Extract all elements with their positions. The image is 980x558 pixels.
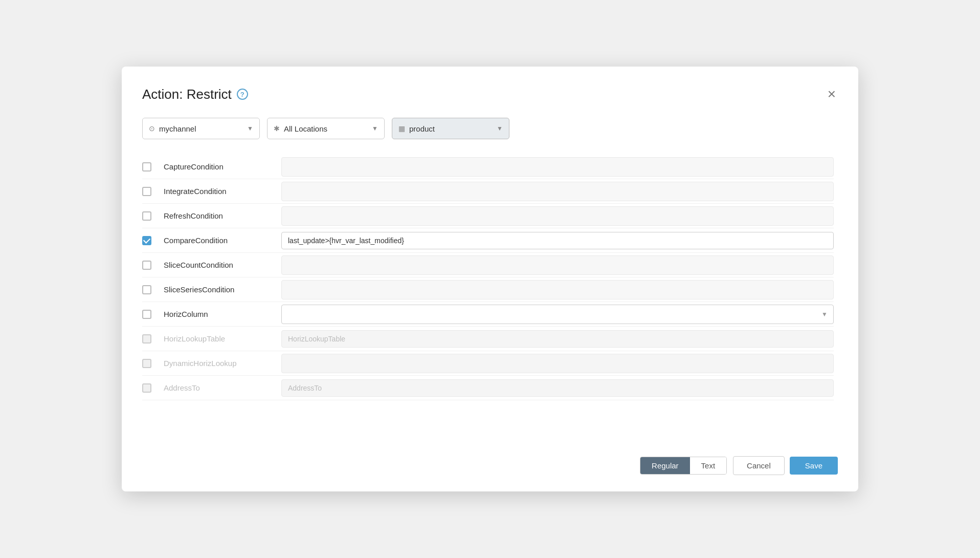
empty-field-integrate — [281, 182, 834, 201]
row-horizcolumn: HorizColumn▼ — [142, 302, 834, 327]
checkbox-wrap-sliceseries — [142, 285, 164, 294]
row-refresh: RefreshCondition — [142, 204, 834, 228]
table-label: product — [409, 124, 493, 133]
help-icon[interactable]: ? — [237, 89, 248, 100]
input-wrap-compare — [281, 230, 834, 251]
checkbox-wrap-horizlookup — [142, 334, 164, 344]
conditions-list: CaptureConditionIntegrateConditionRefres… — [142, 155, 838, 441]
checkbox-sliceseries[interactable] — [142, 285, 151, 294]
save-button[interactable]: Save — [790, 457, 838, 475]
checkbox-slicecount[interactable] — [142, 261, 151, 270]
input-wrap-horizlookup — [281, 328, 834, 350]
table-dropdown[interactable]: ▦ product ▼ — [392, 118, 509, 139]
table-arrow: ▼ — [497, 125, 503, 132]
empty-field-capture — [281, 157, 834, 177]
input-horizlookup — [281, 330, 834, 348]
input-wrap-dynamichoriz — [281, 352, 834, 375]
view-toggle-group: Regular Text — [640, 457, 727, 475]
row-slicecount: SliceCountCondition — [142, 253, 834, 277]
content-area: CaptureConditionIntegrateConditionRefres… — [142, 155, 838, 441]
table-icon: ▦ — [398, 124, 405, 133]
regular-toggle-button[interactable]: Regular — [640, 457, 690, 474]
label-sliceseries: SliceSeriesCondition — [164, 285, 281, 294]
label-addressto: AddressTo — [164, 383, 281, 392]
row-horizlookup: HorizLookupTable — [142, 327, 834, 351]
checkbox-addressto — [142, 383, 151, 393]
input-wrap-integrate — [281, 180, 834, 203]
label-dynamichoriz: DynamicHorizLookup — [164, 359, 281, 368]
locations-dropdown[interactable]: ✱ All Locations ▼ — [267, 118, 385, 139]
action-restrict-dialog: Action: Restrict ? × ⊙ mychannel ▼ ✱ All… — [122, 67, 858, 491]
locations-label: All Locations — [284, 124, 368, 133]
footer: Regular Text Cancel Save — [142, 450, 838, 475]
label-capture: CaptureCondition — [164, 162, 281, 171]
channel-dropdown[interactable]: ⊙ mychannel ▼ — [142, 118, 260, 139]
label-horizcolumn: HorizColumn — [164, 310, 281, 318]
row-addressto: AddressTo — [142, 376, 834, 400]
channel-icon: ⊙ — [149, 124, 155, 133]
row-integrate: IntegrateCondition — [142, 179, 834, 204]
input-addressto — [281, 379, 834, 397]
row-dynamichoriz: DynamicHorizLookup — [142, 351, 834, 376]
input-compare[interactable] — [281, 232, 834, 249]
label-horizlookup: HorizLookupTable — [164, 334, 281, 343]
checkbox-wrap-integrate — [142, 187, 164, 196]
checkbox-wrap-compare — [142, 236, 164, 245]
dropdowns-row: ⊙ mychannel ▼ ✱ All Locations ▼ ▦ produc… — [142, 118, 838, 139]
checkbox-wrap-addressto — [142, 383, 164, 393]
label-slicecount: SliceCountCondition — [164, 261, 281, 269]
dialog-title-group: Action: Restrict ? — [142, 87, 248, 102]
checkbox-wrap-refresh — [142, 211, 164, 221]
locations-icon: ✱ — [274, 124, 280, 133]
cancel-button[interactable]: Cancel — [733, 456, 785, 475]
empty-field-refresh — [281, 206, 834, 226]
channel-label: mychannel — [159, 124, 243, 133]
checkbox-integrate[interactable] — [142, 187, 151, 196]
dialog-header: Action: Restrict ? × — [142, 85, 838, 103]
select-wrap-horizcolumn: ▼ — [281, 303, 834, 326]
locations-arrow: ▼ — [372, 125, 378, 132]
input-wrap-capture — [281, 155, 834, 179]
empty-field-dynamichoriz — [281, 354, 834, 373]
checkbox-dynamichoriz — [142, 359, 151, 368]
channel-arrow: ▼ — [247, 125, 253, 132]
label-compare: CompareCondition — [164, 236, 281, 245]
checkbox-horizcolumn[interactable] — [142, 310, 151, 319]
text-toggle-button[interactable]: Text — [690, 457, 727, 474]
row-sliceseries: SliceSeriesCondition — [142, 277, 834, 302]
checkbox-compare[interactable] — [142, 236, 151, 245]
close-button[interactable]: × — [826, 85, 838, 103]
input-wrap-slicecount — [281, 253, 834, 277]
checkbox-wrap-dynamichoriz — [142, 359, 164, 368]
checkbox-wrap-horizcolumn — [142, 310, 164, 319]
input-wrap-addressto — [281, 377, 834, 399]
dialog-title-text: Action: Restrict — [142, 87, 232, 102]
empty-field-slicecount — [281, 255, 834, 275]
row-compare: CompareCondition — [142, 228, 834, 253]
empty-field-sliceseries — [281, 280, 834, 299]
row-capture: CaptureCondition — [142, 155, 834, 179]
label-refresh: RefreshCondition — [164, 211, 281, 220]
label-integrate: IntegrateCondition — [164, 187, 281, 196]
input-wrap-sliceseries — [281, 278, 834, 302]
checkbox-capture[interactable] — [142, 162, 151, 171]
select-horizcolumn[interactable] — [281, 305, 834, 324]
checkbox-refresh[interactable] — [142, 211, 151, 221]
checkbox-horizlookup — [142, 334, 151, 344]
input-wrap-refresh — [281, 204, 834, 228]
checkbox-wrap-capture — [142, 162, 164, 171]
checkbox-wrap-slicecount — [142, 261, 164, 270]
